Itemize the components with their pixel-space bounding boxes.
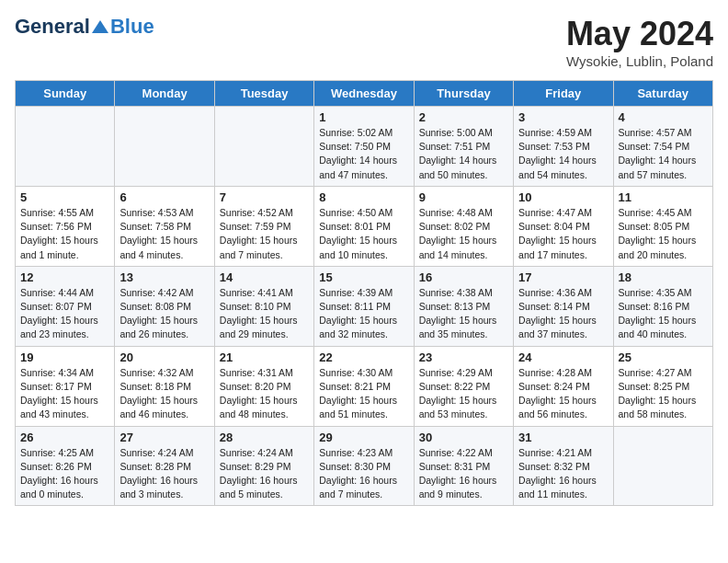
calendar-day-cell: 8Sunrise: 4:50 AM Sunset: 8:01 PM Daylig…: [314, 186, 414, 266]
day-info: Sunrise: 4:42 AM Sunset: 8:08 PM Dayligh…: [119, 286, 209, 342]
day-info: Sunrise: 4:24 AM Sunset: 8:28 PM Dayligh…: [119, 446, 209, 502]
title-block: May 2024 Wysokie, Lublin, Poland: [566, 15, 713, 69]
calendar-day-cell: [214, 107, 313, 187]
day-number: 20: [119, 350, 209, 364]
day-info: Sunrise: 4:59 AM Sunset: 7:53 PM Dayligh…: [518, 126, 608, 182]
day-of-week-header: Thursday: [414, 81, 513, 107]
day-info: Sunrise: 4:57 AM Sunset: 7:54 PM Dayligh…: [619, 126, 708, 182]
day-number: 31: [518, 431, 608, 444]
calendar-day-cell: 14Sunrise: 4:41 AM Sunset: 8:10 PM Dayli…: [214, 266, 313, 346]
day-info: Sunrise: 4:47 AM Sunset: 8:04 PM Dayligh…: [518, 206, 608, 262]
day-of-week-header: Tuesday: [214, 81, 313, 107]
calendar-week-row: 26Sunrise: 4:25 AM Sunset: 8:26 PM Dayli…: [16, 426, 713, 506]
calendar-day-cell: 2Sunrise: 5:00 AM Sunset: 7:51 PM Daylig…: [414, 107, 513, 187]
day-number: 16: [419, 270, 508, 284]
day-number: 28: [220, 431, 309, 444]
calendar-day-cell: 3Sunrise: 4:59 AM Sunset: 7:53 PM Daylig…: [514, 107, 613, 187]
day-number: 8: [319, 190, 408, 204]
day-of-week-header: Wednesday: [314, 81, 414, 107]
day-number: 10: [518, 190, 608, 204]
day-info: Sunrise: 4:25 AM Sunset: 8:26 PM Dayligh…: [20, 446, 109, 502]
day-info: Sunrise: 4:38 AM Sunset: 8:13 PM Dayligh…: [419, 286, 508, 342]
calendar-day-cell: [613, 426, 712, 506]
calendar-day-cell: 23Sunrise: 4:29 AM Sunset: 8:22 PM Dayli…: [414, 346, 513, 426]
day-info: Sunrise: 4:48 AM Sunset: 8:02 PM Dayligh…: [419, 206, 508, 262]
calendar-week-row: 19Sunrise: 4:34 AM Sunset: 8:17 PM Dayli…: [16, 346, 713, 426]
day-info: Sunrise: 4:53 AM Sunset: 7:58 PM Dayligh…: [119, 206, 209, 262]
day-of-week-header: Friday: [514, 81, 613, 107]
calendar-day-cell: 20Sunrise: 4:32 AM Sunset: 8:18 PM Dayli…: [115, 346, 214, 426]
day-number: 11: [619, 190, 708, 204]
calendar-week-row: 5Sunrise: 4:55 AM Sunset: 7:56 PM Daylig…: [16, 186, 713, 266]
calendar-day-cell: 16Sunrise: 4:38 AM Sunset: 8:13 PM Dayli…: [414, 266, 513, 346]
day-info: Sunrise: 4:52 AM Sunset: 7:59 PM Dayligh…: [220, 206, 309, 262]
calendar-day-cell: 18Sunrise: 4:35 AM Sunset: 8:16 PM Dayli…: [613, 266, 712, 346]
day-number: 27: [119, 431, 209, 444]
day-info: Sunrise: 4:22 AM Sunset: 8:31 PM Dayligh…: [419, 446, 508, 502]
day-of-week-header: Monday: [115, 81, 214, 107]
calendar-day-cell: [16, 107, 115, 187]
calendar-day-cell: 6Sunrise: 4:53 AM Sunset: 7:58 PM Daylig…: [115, 186, 214, 266]
calendar-day-cell: 27Sunrise: 4:24 AM Sunset: 8:28 PM Dayli…: [115, 426, 214, 506]
logo-text: General Blue: [15, 15, 154, 39]
day-number: 18: [619, 270, 708, 284]
calendar-day-cell: [115, 107, 214, 187]
day-number: 19: [20, 350, 109, 364]
day-info: Sunrise: 4:27 AM Sunset: 8:25 PM Dayligh…: [619, 366, 708, 422]
logo-general-text: General: [15, 15, 90, 39]
calendar-day-cell: 7Sunrise: 4:52 AM Sunset: 7:59 PM Daylig…: [214, 186, 313, 266]
calendar-day-cell: 25Sunrise: 4:27 AM Sunset: 8:25 PM Dayli…: [613, 346, 712, 426]
calendar-day-cell: 10Sunrise: 4:47 AM Sunset: 8:04 PM Dayli…: [514, 186, 613, 266]
day-number: 6: [119, 190, 209, 204]
day-info: Sunrise: 4:41 AM Sunset: 8:10 PM Dayligh…: [220, 286, 309, 342]
day-number: 24: [518, 350, 608, 364]
day-info: Sunrise: 4:36 AM Sunset: 8:14 PM Dayligh…: [518, 286, 608, 342]
day-number: 25: [619, 350, 708, 364]
calendar-day-cell: 19Sunrise: 4:34 AM Sunset: 8:17 PM Dayli…: [16, 346, 115, 426]
day-info: Sunrise: 4:39 AM Sunset: 8:11 PM Dayligh…: [319, 286, 408, 342]
logo-triangle-icon: [92, 20, 108, 33]
calendar-day-cell: 1Sunrise: 5:02 AM Sunset: 7:50 PM Daylig…: [314, 107, 414, 187]
day-number: 12: [20, 270, 109, 284]
day-info: Sunrise: 4:28 AM Sunset: 8:24 PM Dayligh…: [518, 366, 608, 422]
month-year: May 2024: [566, 15, 713, 53]
day-of-week-header: Saturday: [613, 81, 712, 107]
day-number: 13: [119, 270, 209, 284]
calendar-week-row: 12Sunrise: 4:44 AM Sunset: 8:07 PM Dayli…: [16, 266, 713, 346]
calendar-day-cell: 21Sunrise: 4:31 AM Sunset: 8:20 PM Dayli…: [214, 346, 313, 426]
calendar-day-cell: 11Sunrise: 4:45 AM Sunset: 8:05 PM Dayli…: [613, 186, 712, 266]
day-number: 7: [220, 190, 309, 204]
calendar-day-cell: 12Sunrise: 4:44 AM Sunset: 8:07 PM Dayli…: [16, 266, 115, 346]
day-number: 22: [319, 350, 408, 364]
logo-blue-text: Blue: [110, 15, 154, 39]
day-info: Sunrise: 4:45 AM Sunset: 8:05 PM Dayligh…: [619, 206, 708, 262]
day-number: 15: [319, 270, 408, 284]
logo: General Blue: [15, 15, 154, 39]
svg-marker-0: [92, 20, 108, 33]
day-info: Sunrise: 4:32 AM Sunset: 8:18 PM Dayligh…: [119, 366, 209, 422]
calendar-day-cell: 26Sunrise: 4:25 AM Sunset: 8:26 PM Dayli…: [16, 426, 115, 506]
calendar-week-row: 1Sunrise: 5:02 AM Sunset: 7:50 PM Daylig…: [16, 107, 713, 187]
day-number: 3: [518, 110, 608, 124]
day-number: 26: [20, 431, 109, 444]
calendar-day-cell: 22Sunrise: 4:30 AM Sunset: 8:21 PM Dayli…: [314, 346, 414, 426]
day-info: Sunrise: 4:44 AM Sunset: 8:07 PM Dayligh…: [20, 286, 109, 342]
day-info: Sunrise: 4:34 AM Sunset: 8:17 PM Dayligh…: [20, 366, 109, 422]
day-info: Sunrise: 4:23 AM Sunset: 8:30 PM Dayligh…: [319, 446, 408, 502]
calendar-day-cell: 15Sunrise: 4:39 AM Sunset: 8:11 PM Dayli…: [314, 266, 414, 346]
calendar-day-cell: 17Sunrise: 4:36 AM Sunset: 8:14 PM Dayli…: [514, 266, 613, 346]
day-number: 1: [319, 110, 408, 124]
day-number: 9: [419, 190, 508, 204]
day-number: 30: [419, 431, 508, 444]
day-info: Sunrise: 4:29 AM Sunset: 8:22 PM Dayligh…: [419, 366, 508, 422]
calendar-day-cell: 13Sunrise: 4:42 AM Sunset: 8:08 PM Dayli…: [115, 266, 214, 346]
calendar-day-cell: 5Sunrise: 4:55 AM Sunset: 7:56 PM Daylig…: [16, 186, 115, 266]
day-info: Sunrise: 4:30 AM Sunset: 8:21 PM Dayligh…: [319, 366, 408, 422]
day-number: 17: [518, 270, 608, 284]
day-info: Sunrise: 4:35 AM Sunset: 8:16 PM Dayligh…: [619, 286, 708, 342]
day-info: Sunrise: 4:31 AM Sunset: 8:20 PM Dayligh…: [220, 366, 309, 422]
calendar-day-cell: 28Sunrise: 4:24 AM Sunset: 8:29 PM Dayli…: [214, 426, 313, 506]
calendar-day-cell: 31Sunrise: 4:21 AM Sunset: 8:32 PM Dayli…: [514, 426, 613, 506]
day-number: 23: [419, 350, 508, 364]
day-info: Sunrise: 4:55 AM Sunset: 7:56 PM Dayligh…: [20, 206, 109, 262]
